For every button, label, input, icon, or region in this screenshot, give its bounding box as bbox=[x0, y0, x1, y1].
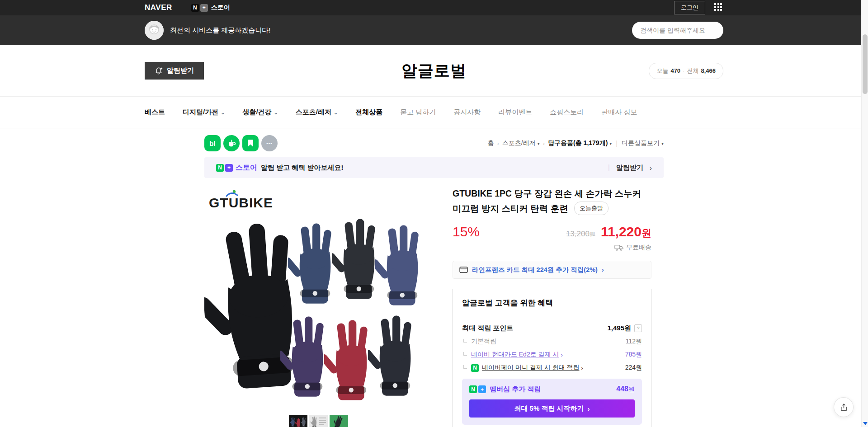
seller-avatar[interactable] bbox=[145, 21, 164, 40]
hyundai-card-value: 785원 bbox=[625, 351, 642, 359]
membership-cta-button[interactable]: 최대 5% 적립 시작하기 › bbox=[469, 399, 635, 418]
product-title-text: GTUBIKE 1PC 당구 장갑 왼손 세 손가락 스누커 미끄럼 방지 스티… bbox=[453, 188, 641, 213]
page-scrollbar[interactable] bbox=[861, 0, 868, 427]
nav-sports-label: 스포츠/레저 bbox=[296, 108, 331, 117]
n-badge-icon: N bbox=[191, 4, 199, 12]
won-suffix: 원 bbox=[642, 227, 651, 239]
truck-icon bbox=[614, 244, 623, 251]
n-badge-icon: N bbox=[216, 164, 224, 172]
help-icon[interactable]: ? bbox=[634, 324, 642, 332]
thumbnail-1[interactable] bbox=[289, 415, 307, 427]
breadcrumb-separator: › bbox=[497, 140, 499, 147]
arrow-right-icon: › bbox=[588, 405, 590, 413]
breadcrumb-home[interactable]: 홈 bbox=[487, 139, 494, 147]
nav-best[interactable]: 베스트 bbox=[145, 108, 165, 117]
notify-label: 알림받기 bbox=[167, 66, 194, 75]
bell-plus-icon bbox=[155, 67, 163, 75]
chevron-down-icon: ⌄ bbox=[274, 109, 278, 115]
breadcrumb-current[interactable]: 당구용품(총 1,179개) ▾ bbox=[548, 139, 612, 147]
breadcrumb-divider: | bbox=[616, 140, 618, 147]
thumbnail-3[interactable] bbox=[330, 415, 348, 427]
nav-seller-info[interactable]: 판매자 정보 bbox=[601, 108, 637, 117]
nav-review-event[interactable]: 리뷰이벤트 bbox=[498, 108, 532, 117]
npay-badge-icon: N bbox=[471, 364, 479, 372]
sale-price: 11,220원 bbox=[601, 224, 651, 240]
card-promo-strip[interactable]: 라인프렌즈 카드 최대 224원 추가 적립(2%) › bbox=[453, 261, 651, 279]
nav-living[interactable]: 생활/건강 ⌄ bbox=[242, 108, 278, 117]
nplus-store-link[interactable]: N + 스토어 bbox=[191, 4, 230, 12]
banner-store-label: 스토어 bbox=[236, 163, 257, 173]
original-price-value: 13,200 bbox=[566, 230, 590, 238]
tree-corner-icon bbox=[463, 352, 467, 356]
n-badge-icon: N bbox=[469, 385, 477, 393]
max-point-label: 최대 적립 포인트 bbox=[462, 324, 513, 333]
product-image-column: GTUBIKE bbox=[204, 186, 433, 427]
nav-qna[interactable]: 묻고 답하기 bbox=[400, 108, 436, 117]
share-button[interactable] bbox=[834, 397, 854, 417]
won-suffix: 원 bbox=[628, 385, 635, 393]
store-greeting: 최선의 서비스를 제공하겠습니다! bbox=[170, 26, 271, 35]
max-point-row: 최대 적립 포인트 1,495원 ? bbox=[462, 324, 642, 333]
nav-shopping-story[interactable]: 쇼핑스토리 bbox=[550, 108, 584, 117]
membership-cta-label: 최대 5% 적립 시작하기 bbox=[514, 404, 584, 413]
npay-money-row: N 네이버페이 머니 결제 시 최대 적립 › 224원 bbox=[462, 364, 642, 372]
tree-corner-icon bbox=[463, 365, 467, 369]
total-count: 8,466 bbox=[701, 67, 716, 74]
store-title[interactable]: 알글로벌 bbox=[401, 60, 467, 81]
brand-figure-icon bbox=[225, 190, 239, 200]
plus-badge-icon: + bbox=[200, 4, 208, 12]
cafe-icon[interactable] bbox=[223, 135, 240, 151]
tree-corner-icon bbox=[463, 339, 467, 343]
apps-grid-icon[interactable] bbox=[714, 3, 723, 12]
visitor-stats: 오늘 470 · 전체 8,466 bbox=[649, 63, 723, 79]
store-nav: 베스트 디지털/가전 ⌄ 생활/건강 ⌄ 스포츠/레저 ⌄ 전체상품 묻고 답하… bbox=[0, 96, 868, 128]
more-social-icon[interactable]: ••• bbox=[261, 135, 278, 151]
chevron-down-icon: ⌄ bbox=[334, 109, 338, 115]
bookmark-glyph-icon bbox=[247, 139, 254, 147]
breadcrumb: 홈 › 스포츠/레저 ▾ › 당구용품(총 1,179개) ▾ | 다른상품보기… bbox=[487, 139, 664, 147]
product-title: GTUBIKE 1PC 당구 장갑 왼손 세 손가락 스누커 미끄럼 방지 스티… bbox=[453, 186, 651, 216]
banner-notify-link[interactable]: | 알림받기 › bbox=[608, 164, 652, 172]
benefit-box: 알글로벌 고객을 위한 혜택 최대 적립 포인트 1,495원 ? 기본적립 1… bbox=[453, 289, 651, 427]
free-shipping-label: 무료배송 bbox=[626, 244, 651, 252]
npay-money-link[interactable]: 네이버페이 머니 결제 시 최대 적립 bbox=[482, 364, 579, 372]
bookmark-icon[interactable] bbox=[242, 135, 259, 151]
hyundai-card-link[interactable]: 네이버 현대카드 Ed2로 결제 시 bbox=[471, 351, 559, 359]
banner-notify-label: 알림받기 bbox=[616, 164, 643, 172]
nplus-store-label: 스토어 bbox=[211, 4, 230, 12]
thumbnail-2[interactable] bbox=[309, 415, 328, 427]
stats-dot: · bbox=[683, 67, 684, 74]
won-suffix: 원 bbox=[590, 231, 595, 238]
banner-divider: | bbox=[608, 164, 610, 172]
nav-all-products[interactable]: 전체상품 bbox=[355, 108, 382, 117]
membership-panel: N + 멤버십 추가 적립 448원 최대 5% 적립 시작하기 › bbox=[462, 379, 642, 425]
hyundai-card-row: 네이버 현대카드 Ed2로 결제 시 › 785원 bbox=[462, 351, 642, 359]
naver-logo[interactable]: NAVER bbox=[145, 3, 172, 12]
arrow-right-icon: › bbox=[581, 365, 583, 371]
npay-money-value: 224원 bbox=[625, 364, 642, 372]
coffee-cup-icon bbox=[227, 139, 236, 148]
nav-sports[interactable]: 스포츠/레저 ⌄ bbox=[296, 108, 338, 117]
store-header: 알림받기 알글로벌 오늘 470 · 전체 8,466 bbox=[0, 45, 868, 96]
nav-digital[interactable]: 디지털/가전 ⌄ bbox=[183, 108, 225, 117]
breadcrumb-category[interactable]: 스포츠/레저 ▾ bbox=[502, 139, 540, 147]
nav-notice[interactable]: 공지사항 bbox=[453, 108, 481, 117]
share-icon bbox=[840, 403, 848, 412]
avatar-face-icon bbox=[145, 21, 164, 40]
scrollbar-thumb[interactable] bbox=[863, 34, 868, 94]
scroll-down-arrow-icon[interactable] bbox=[863, 422, 868, 425]
other-products-dropdown[interactable]: 다른상품보기 ▾ bbox=[622, 139, 664, 147]
search-input[interactable] bbox=[640, 27, 722, 34]
membership-label: 멤버십 추가 적립 bbox=[490, 385, 541, 394]
nplus-promo-banner: N + 스토어 알림 받고 혜택 받아보세요! | 알림받기 › bbox=[204, 157, 664, 178]
blog-icon[interactable]: bl bbox=[204, 135, 221, 151]
today-count: 470 bbox=[670, 67, 680, 74]
price-row: 15% 13,200원 11,220원 bbox=[453, 224, 651, 240]
login-button[interactable]: 로그인 bbox=[674, 1, 705, 14]
search-box[interactable] bbox=[632, 22, 723, 39]
chevron-down-icon: ⌄ bbox=[221, 109, 225, 115]
product-main-image[interactable] bbox=[204, 213, 433, 408]
arrow-right-icon: › bbox=[602, 266, 604, 273]
store-notify-button[interactable]: 알림받기 bbox=[145, 62, 204, 80]
sale-price-value: 11,220 bbox=[601, 224, 642, 239]
